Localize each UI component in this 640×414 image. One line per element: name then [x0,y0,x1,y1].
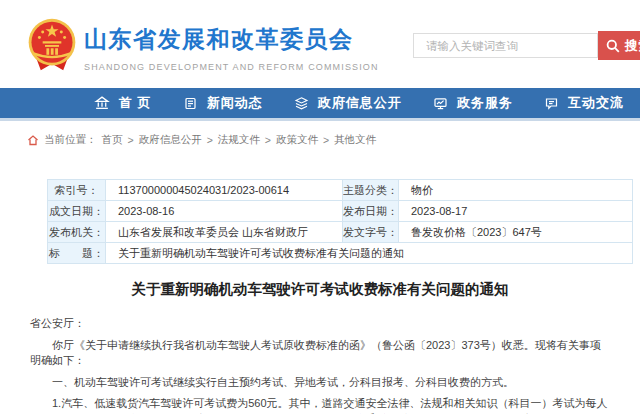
meta-label-issuing-agency: 发布机关： [48,222,106,243]
meta-value-issuing-agency: 山东省发展和改革委员会 山东省财政厅 [106,222,343,243]
paragraph-salutation: 省公安厅： [30,316,610,332]
monitor-icon [433,96,448,111]
meta-value-publish-date: 2023-08-17 [399,201,633,222]
news-document-icon [183,96,198,111]
meta-label-category: 主题分类： [343,180,399,201]
page: 山东省发展和改革委员会 SHANDONG DEVELOPMENT AND REF… [0,0,640,414]
table-row: 成文日期： 2023-08-16 发布日期： 2023-08-17 [48,201,633,222]
meta-value-category: 物价 [399,180,633,201]
breadcrumb-separator: > [323,134,329,146]
meta-label-index: 索引号： [48,180,106,201]
breadcrumb-separator: > [207,134,213,146]
paragraph-intro: 你厅《关于申请继续执行我省机动车驾驶人考试原收费标准的函》（鲁公函〔2023〕3… [30,338,610,369]
government-building-icon [94,95,110,111]
chat-bubble-icon [544,96,559,111]
breadcrumb-item-info-disclosure[interactable]: 政府信息公开 [139,133,202,147]
breadcrumb-separator: > [265,134,271,146]
main-nav: 首 页 新闻动态 政府信息公开 [0,88,640,118]
breadcrumb-item-regulations[interactable]: 法规文件 [218,133,260,147]
meta-label-title: 标 题： [48,243,106,264]
meta-label-doc-number: 发文字号： [343,222,399,243]
paragraph-item-1-1: 1.汽车、低速载货汽车驾驶许可考试费为560元。其中，道路交通安全法律、法规和相… [30,396,610,414]
breadcrumb-separator: > [128,134,134,146]
table-row: 标 题： 关于重新明确机动车驾驶许可考试收费标准有关问题的通知 [48,243,633,264]
meta-label-written-date: 成文日期： [48,201,106,222]
nav-item-label: 互动交流 [568,94,624,112]
table-row: 索引号： 113700000045024031/2023-00614 主题分类：… [48,180,633,201]
paragraph-item-1: 一、机动车驾驶许可考试继续实行自主预约考试、异地考试，分科目报考、分科目收费的方… [30,375,610,391]
breadcrumb-item-policy-files[interactable]: 政策文件 [276,133,318,147]
breadcrumb: 当前位置： 首页 > 政府信息公开 > 法规文件 > 政策文件 > 其他文件 [0,121,640,149]
home-icon [27,134,39,146]
nav-item-label: 首 页 [119,94,152,112]
table-row: 发布机关： 山东省发展和改革委员会 山东省财政厅 发文字号： 鲁发改价格〔202… [48,222,633,243]
nav-item-label: 新闻动态 [207,94,263,112]
nav-item-news[interactable]: 新闻动态 [183,94,263,112]
content-area: 索引号： 113700000045024031/2023-00614 主题分类：… [0,179,640,414]
search-button[interactable]: 搜索 [598,31,640,60]
national-emblem-logo [24,16,80,74]
brand-text: 山东省发展和改革委员会 SHANDONG DEVELOPMENT AND REF… [84,24,379,72]
breadcrumb-prefix: 当前位置： [44,133,97,147]
layers-icon [294,96,309,111]
search-input[interactable] [413,33,598,58]
meta-label-publish-date: 发布日期： [343,201,399,222]
search-button-label: 搜索 [625,37,640,55]
site-header: 山东省发展和改革委员会 SHANDONG DEVELOPMENT AND REF… [0,0,640,88]
site-title: 山东省发展和改革委员会 [84,24,379,55]
meta-value-title: 关于重新明确机动车驾驶许可考试收费标准有关问题的通知 [106,243,633,264]
breadcrumb-item-home[interactable]: 首页 [102,133,123,147]
meta-value-index: 113700000045024031/2023-00614 [106,180,343,201]
meta-value-written-date: 2023-08-16 [106,201,343,222]
search-icon [606,39,620,53]
nav-item-services[interactable]: 政务服务 [433,94,513,112]
document-meta-table: 索引号： 113700000045024031/2023-00614 主题分类：… [47,179,633,264]
nav-item-label: 政务服务 [457,94,513,112]
nav-item-info-disclosure[interactable]: 政府信息公开 [294,94,402,112]
nav-item-label: 政府信息公开 [318,94,402,112]
site-subtitle: SHANDONG DEVELOPMENT AND REFORM COMMISSI… [84,62,379,72]
nav-item-interaction[interactable]: 互动交流 [544,94,624,112]
document-body: 省公安厅： 你厅《关于申请继续执行我省机动车驾驶人考试原收费标准的函》（鲁公函〔… [30,316,610,414]
breadcrumb-item-other-files[interactable]: 其他文件 [334,133,376,147]
document-title: 关于重新明确机动车驾驶许可考试收费标准有关问题的通知 [27,279,613,300]
nav-item-home[interactable]: 首 页 [94,94,152,112]
meta-value-doc-number: 鲁发改价格〔2023〕647号 [399,222,633,243]
